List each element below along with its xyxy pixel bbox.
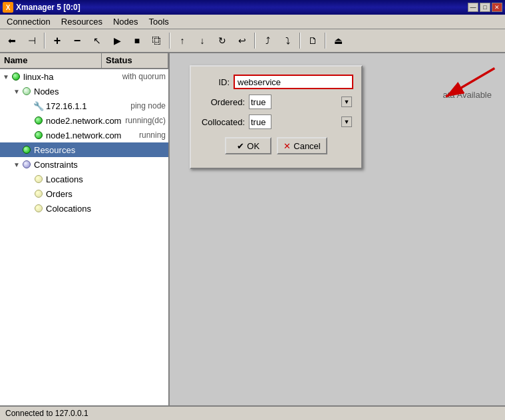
ordered-select-wrapper: true false ▼ xyxy=(249,95,353,109)
tree-item-label: linux-ha xyxy=(23,72,120,82)
split-icon: ⊣ xyxy=(28,35,36,46)
toolbar: ⬅ ⊣ + − ↖ ▶ ■ ⿻ ↑ ↓ ↻ ↩ ⤴ ⤵ 🗋 ⏏ xyxy=(0,29,505,53)
ordered-label: Ordered: xyxy=(199,97,249,107)
tree-row-resources[interactable]: Resources xyxy=(0,142,168,157)
tree-row[interactable]: node2.network.com running(dc) xyxy=(0,113,168,128)
tree-row[interactable]: ▼ linux-ha with quorum xyxy=(0,69,168,84)
dialog-id-row: ID: xyxy=(199,75,353,89)
collocated-label: Collocated: xyxy=(199,117,249,127)
tree-item-label: Orders xyxy=(46,189,163,199)
arrow-left-button[interactable]: ⬅ xyxy=(3,31,21,50)
tree-item-label: Constraints xyxy=(34,160,163,170)
expand-icon xyxy=(24,176,33,183)
tree-row-orders[interactable]: Orders xyxy=(0,186,168,201)
close-button[interactable]: ✕ xyxy=(492,3,502,12)
menu-bar: Connection Resources Nodes Tools xyxy=(0,15,505,29)
ordered-select[interactable]: true false xyxy=(249,95,271,109)
tree-item-status: running xyxy=(136,130,168,140)
tree-row[interactable]: node1.network.com running xyxy=(0,128,168,142)
title-bar-controls: — □ ✕ xyxy=(468,3,502,12)
wrench-icon: 🔧 xyxy=(33,101,44,111)
ok-icon: ✔ xyxy=(237,141,244,151)
tree-row-locations[interactable]: Locations xyxy=(0,172,168,186)
copy-icon: ⿻ xyxy=(152,35,162,46)
id-input[interactable] xyxy=(234,75,353,89)
back-icon: ↩ xyxy=(238,35,246,46)
file-button[interactable]: 🗋 xyxy=(303,31,322,50)
export-icon: ⤴ xyxy=(265,35,270,46)
resources-icon xyxy=(21,144,32,155)
dialog-ordered-row: Ordered: true false ▼ xyxy=(199,95,353,109)
folder-icon xyxy=(21,86,32,97)
ordered-select-arrow: ▼ xyxy=(341,97,352,107)
colocations-icon xyxy=(33,203,44,214)
tree-row[interactable]: 🔧 172.16.1.1 ping node xyxy=(0,99,168,113)
dialog-buttons: ✔ OK ✕ Cancel xyxy=(199,134,353,160)
maximize-button[interactable]: □ xyxy=(480,3,490,12)
split-button[interactable]: ⊣ xyxy=(23,31,41,50)
menu-tools[interactable]: Tools xyxy=(144,15,174,29)
main-content: Name Status ▼ linux-ha with quorum ▼ Nod… xyxy=(0,53,505,405)
tree-item-label: Resources xyxy=(34,145,163,155)
logout-icon: ⏏ xyxy=(334,35,343,46)
status-column-header: Status xyxy=(102,53,168,68)
expand-icon xyxy=(24,117,33,124)
tree-header: Name Status xyxy=(0,53,168,69)
stop-button[interactable]: ■ xyxy=(128,31,146,50)
ok-label: OK xyxy=(247,141,259,151)
menu-nodes[interactable]: Nodes xyxy=(108,15,144,29)
up-icon: ↑ xyxy=(180,35,185,46)
stop-icon: ■ xyxy=(134,35,140,46)
tree-row[interactable]: ▼ Nodes xyxy=(0,84,168,99)
title-bar: X Xmanager 5 [0:0] — □ ✕ xyxy=(0,0,505,15)
import-icon: ⤵ xyxy=(285,35,290,46)
window-title: Xmanager 5 [0:0] xyxy=(16,3,81,12)
cursor-icon: ↖ xyxy=(93,35,101,46)
collocated-select[interactable]: true false xyxy=(249,114,271,129)
back-button[interactable]: ↩ xyxy=(233,31,252,50)
toolbar-sep-4 xyxy=(299,33,301,49)
expand-icon: ▼ xyxy=(1,73,11,81)
down-button[interactable]: ↓ xyxy=(193,31,212,50)
refresh-icon: ↻ xyxy=(218,35,226,46)
left-panel: Name Status ▼ linux-ha with quorum ▼ Nod… xyxy=(0,53,170,405)
status-text: Connected to 127.0.0.1 xyxy=(5,409,88,418)
orders-icon xyxy=(33,188,44,199)
cluster-icon xyxy=(11,71,21,82)
tree-item-status: with quorum xyxy=(120,72,168,81)
cursor-button[interactable]: ↖ xyxy=(88,31,106,50)
play-button[interactable]: ▶ xyxy=(108,31,126,50)
expand-icon xyxy=(24,132,33,139)
play-icon: ▶ xyxy=(114,35,121,46)
tree-row-colocations[interactable]: Colocations xyxy=(0,201,168,216)
toolbar-sep-5 xyxy=(325,33,326,49)
minimize-button[interactable]: — xyxy=(468,3,478,12)
add-button[interactable]: + xyxy=(48,31,67,50)
up-button[interactable]: ↑ xyxy=(173,31,192,50)
export-button[interactable]: ⤴ xyxy=(258,31,277,50)
expand-icon: ▼ xyxy=(12,161,21,168)
ok-button[interactable]: ✔ OK xyxy=(225,137,271,154)
menu-connection[interactable]: Connection xyxy=(1,15,56,29)
import-button[interactable]: ⤵ xyxy=(278,31,297,50)
dialog-collocated-row: Collocated: true false ▼ xyxy=(199,114,353,129)
tree-item-label: node1.network.com xyxy=(46,130,136,140)
arrow-left-icon: ⬅ xyxy=(8,35,16,46)
tree-item-status: ping node xyxy=(128,101,168,110)
tree-item-label: Locations xyxy=(46,174,163,184)
tree-item-label: Colocations xyxy=(46,204,163,214)
id-label: ID: xyxy=(199,77,234,87)
copy-button[interactable]: ⿻ xyxy=(148,31,166,50)
tree-item-label: node2.network.com xyxy=(46,116,122,126)
node-green-icon xyxy=(33,130,44,140)
status-bar: Connected to 127.0.0.1 xyxy=(0,405,505,420)
toolbar-sep-1 xyxy=(44,33,45,49)
logout-button[interactable]: ⏏ xyxy=(329,31,347,50)
menu-resources[interactable]: Resources xyxy=(56,15,108,29)
cancel-button[interactable]: ✕ Cancel xyxy=(277,137,327,154)
remove-button[interactable]: − xyxy=(68,31,86,50)
tree-row[interactable]: ▼ Constraints xyxy=(0,157,168,172)
refresh-button[interactable]: ↻ xyxy=(213,31,232,50)
collocated-select-arrow: ▼ xyxy=(341,116,352,127)
dialog-content: ID: Ordered: true false ▼ xyxy=(191,67,361,168)
